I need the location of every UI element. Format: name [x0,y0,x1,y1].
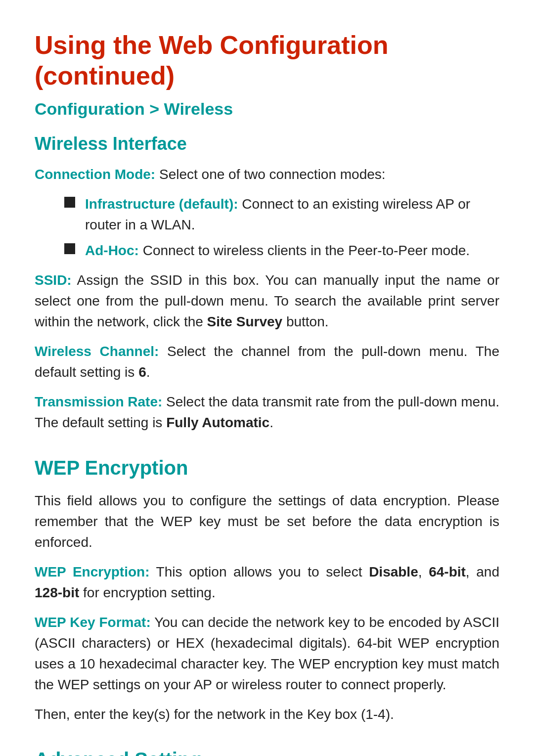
wep-encryption-text: This option allows you to select [149,564,369,579]
transmission-rate-label: Transmission Rate: [35,394,162,409]
wireless-channel-label: Wireless Channel: [35,344,159,359]
transmission-rate-bold: Fully Automatic [166,415,269,430]
advanced-setting-heading: Advanced Setting [35,745,499,756]
wep-64: 64-bit [429,564,466,579]
wep-key-format-label: WEP Key Format: [35,615,151,630]
connection-mode-label: Connection Mode: [35,167,155,182]
infrastructure-item: Infrastructure (default): Connect to an … [85,194,499,235]
connection-mode-text: Select one of two connection modes: [155,167,385,182]
wep-encryption-paragraph: WEP Encryption: This option allows you t… [35,562,499,603]
wireless-interface-heading: Wireless Interface [35,131,499,157]
connection-mode-list: Infrastructure (default): Connect to an … [64,194,499,261]
wep-key-text: Then, enter the key(s) for the network i… [35,704,499,725]
bullet-icon [64,197,75,208]
adhoc-text: Connect to wireless clients in the Peer-… [139,243,470,258]
wep-key-format-paragraph: WEP Key Format: You can decide the netwo… [35,612,499,695]
infrastructure-label: Infrastructure (default): [85,196,238,212]
list-item: Ad-Hoc: Connect to wireless clients in t… [64,240,499,261]
connection-mode-paragraph: Connection Mode: Select one of two conne… [35,164,499,185]
adhoc-label: Ad-Hoc: [85,243,139,258]
ssid-bold: Site Survey [207,314,283,329]
wep-disable: Disable [369,564,418,579]
wep-heading: WEP Encryption [35,453,499,483]
wireless-channel-bold: 6 [138,364,146,380]
wireless-channel-text2: . [146,364,150,380]
bullet-icon [64,243,75,254]
list-item: Infrastructure (default): Connect to an … [64,194,499,235]
adhoc-item: Ad-Hoc: Connect to wireless clients in t… [85,240,470,261]
transmission-rate-text2: . [269,415,273,430]
main-title: Using the Web Configuration (continued) [35,30,499,91]
transmission-rate-paragraph: Transmission Rate: Select the data trans… [35,392,499,433]
ssid-label: SSID: [35,272,72,288]
ssid-text2: button. [282,314,328,329]
wep-intro: This field allows you to configure the s… [35,490,499,553]
ssid-paragraph: SSID: Assign the SSID in this box. You c… [35,270,499,332]
wep-encryption-label: WEP Encryption: [35,564,149,579]
wep-encryption-text2: for encryption setting. [79,585,215,600]
config-subtitle: Configuration > Wireless [35,96,499,122]
wep-128: 128-bit [35,585,79,600]
wireless-channel-paragraph: Wireless Channel: Select the channel fro… [35,341,499,383]
